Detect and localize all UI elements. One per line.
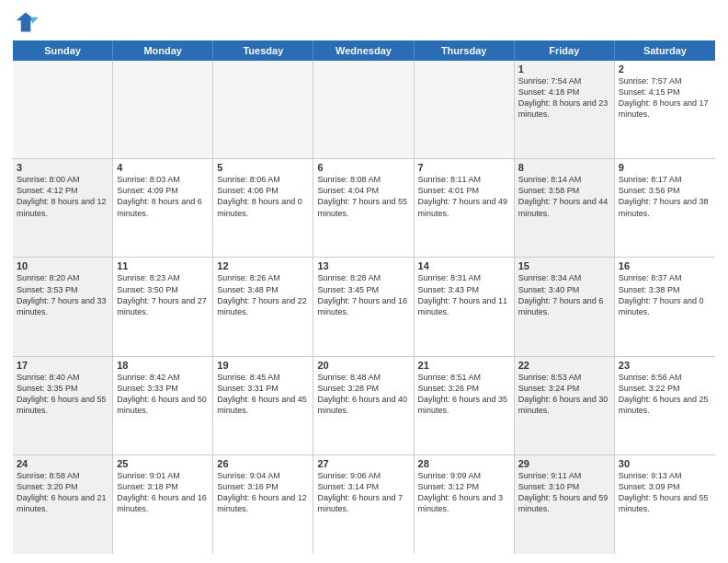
day-number: 11 (117, 260, 209, 271)
day-number: 19 (217, 360, 309, 371)
calendar-body: 1Sunrise: 7:54 AM Sunset: 4:18 PM Daylig… (13, 61, 715, 554)
day-info: Sunrise: 8:17 AM Sunset: 3:56 PM Dayligh… (619, 174, 711, 219)
day-number: 29 (518, 458, 610, 469)
empty-cell (313, 61, 414, 158)
day-cell-25: 25Sunrise: 9:01 AM Sunset: 3:18 PM Dayli… (113, 455, 213, 554)
day-info: Sunrise: 8:00 AM Sunset: 4:12 PM Dayligh… (17, 174, 108, 219)
day-info: Sunrise: 8:45 AM Sunset: 3:31 PM Dayligh… (217, 372, 309, 417)
day-cell-24: 24Sunrise: 8:58 AM Sunset: 3:20 PM Dayli… (13, 455, 113, 554)
logo-icon (13, 9, 39, 35)
day-info: Sunrise: 8:51 AM Sunset: 3:26 PM Dayligh… (418, 372, 510, 417)
day-cell-6: 6Sunrise: 8:08 AM Sunset: 4:04 PM Daylig… (313, 159, 414, 257)
day-cell-23: 23Sunrise: 8:56 AM Sunset: 3:22 PM Dayli… (615, 357, 715, 454)
day-cell-21: 21Sunrise: 8:51 AM Sunset: 3:26 PM Dayli… (415, 357, 515, 454)
day-info: Sunrise: 8:48 AM Sunset: 3:28 PM Dayligh… (317, 372, 409, 417)
day-number: 1 (518, 63, 610, 75)
day-number: 7 (418, 162, 510, 173)
day-info: Sunrise: 9:04 AM Sunset: 3:16 PM Dayligh… (217, 470, 309, 515)
day-cell-27: 27Sunrise: 9:06 AM Sunset: 3:14 PM Dayli… (313, 455, 414, 554)
calendar-header: SundayMondayTuesdayWednesdayThursdayFrid… (13, 40, 715, 61)
week-row-1: 3Sunrise: 8:00 AM Sunset: 4:12 PM Daylig… (13, 159, 715, 258)
day-number: 9 (619, 162, 711, 173)
day-cell-17: 17Sunrise: 8:40 AM Sunset: 3:35 PM Dayli… (13, 357, 113, 454)
day-number: 18 (117, 360, 209, 371)
day-cell-18: 18Sunrise: 8:42 AM Sunset: 3:33 PM Dayli… (113, 357, 213, 454)
page: SundayMondayTuesdayWednesdayThursdayFrid… (0, 0, 728, 563)
header-day-wednesday: Wednesday (313, 40, 414, 61)
header-day-sunday: Sunday (13, 40, 113, 61)
day-cell-29: 29Sunrise: 9:11 AM Sunset: 3:10 PM Dayli… (515, 455, 615, 554)
header-day-saturday: Saturday (615, 40, 715, 61)
day-info: Sunrise: 8:31 AM Sunset: 3:43 PM Dayligh… (418, 272, 510, 317)
day-info: Sunrise: 8:06 AM Sunset: 4:06 PM Dayligh… (217, 174, 309, 219)
day-number: 10 (17, 260, 108, 271)
day-info: Sunrise: 8:20 AM Sunset: 3:53 PM Dayligh… (17, 272, 108, 317)
day-cell-3: 3Sunrise: 8:00 AM Sunset: 4:12 PM Daylig… (13, 159, 113, 257)
day-info: Sunrise: 8:23 AM Sunset: 3:50 PM Dayligh… (117, 272, 209, 317)
svg-marker-1 (30, 17, 39, 24)
day-number: 20 (317, 360, 409, 371)
day-cell-19: 19Sunrise: 8:45 AM Sunset: 3:31 PM Dayli… (213, 357, 313, 454)
day-info: Sunrise: 8:11 AM Sunset: 4:01 PM Dayligh… (418, 174, 510, 219)
day-cell-26: 26Sunrise: 9:04 AM Sunset: 3:16 PM Dayli… (213, 455, 313, 554)
day-number: 13 (317, 260, 409, 271)
week-row-2: 10Sunrise: 8:20 AM Sunset: 3:53 PM Dayli… (13, 258, 715, 356)
day-number: 16 (619, 260, 711, 271)
header-day-tuesday: Tuesday (213, 40, 313, 61)
day-cell-30: 30Sunrise: 9:13 AM Sunset: 3:09 PM Dayli… (615, 455, 715, 554)
empty-cell (13, 61, 113, 158)
day-info: Sunrise: 8:26 AM Sunset: 3:48 PM Dayligh… (217, 272, 309, 317)
calendar: SundayMondayTuesdayWednesdayThursdayFrid… (13, 40, 715, 554)
day-number: 2 (619, 63, 711, 75)
day-info: Sunrise: 9:01 AM Sunset: 3:18 PM Dayligh… (117, 470, 209, 515)
day-cell-9: 9Sunrise: 8:17 AM Sunset: 3:56 PM Daylig… (615, 159, 715, 257)
day-number: 4 (117, 162, 209, 173)
day-info: Sunrise: 8:28 AM Sunset: 3:45 PM Dayligh… (317, 272, 409, 317)
day-cell-8: 8Sunrise: 8:14 AM Sunset: 3:58 PM Daylig… (515, 159, 615, 257)
header-day-monday: Monday (113, 40, 213, 61)
day-info: Sunrise: 9:13 AM Sunset: 3:09 PM Dayligh… (619, 470, 711, 515)
day-number: 6 (317, 162, 409, 173)
day-cell-14: 14Sunrise: 8:31 AM Sunset: 3:43 PM Dayli… (415, 258, 515, 355)
day-info: Sunrise: 8:03 AM Sunset: 4:09 PM Dayligh… (117, 174, 209, 219)
day-info: Sunrise: 9:11 AM Sunset: 3:10 PM Dayligh… (518, 470, 610, 515)
day-number: 28 (418, 458, 510, 469)
empty-cell (113, 61, 213, 158)
day-cell-16: 16Sunrise: 8:37 AM Sunset: 3:38 PM Dayli… (615, 258, 715, 355)
week-row-3: 17Sunrise: 8:40 AM Sunset: 3:35 PM Dayli… (13, 357, 715, 455)
day-number: 14 (418, 260, 510, 271)
day-cell-13: 13Sunrise: 8:28 AM Sunset: 3:45 PM Dayli… (313, 258, 414, 355)
day-info: Sunrise: 8:53 AM Sunset: 3:24 PM Dayligh… (518, 372, 610, 417)
day-number: 30 (619, 458, 711, 469)
logo (13, 9, 42, 35)
day-info: Sunrise: 7:54 AM Sunset: 4:18 PM Dayligh… (518, 75, 610, 121)
day-info: Sunrise: 8:34 AM Sunset: 3:40 PM Dayligh… (518, 272, 610, 317)
day-info: Sunrise: 7:57 AM Sunset: 4:15 PM Dayligh… (619, 75, 711, 121)
day-number: 5 (217, 162, 309, 173)
day-number: 26 (217, 458, 309, 469)
day-cell-10: 10Sunrise: 8:20 AM Sunset: 3:53 PM Dayli… (13, 258, 113, 355)
day-number: 24 (17, 458, 108, 469)
day-cell-22: 22Sunrise: 8:53 AM Sunset: 3:24 PM Dayli… (515, 357, 615, 454)
header-day-friday: Friday (515, 40, 615, 61)
day-number: 17 (17, 360, 108, 371)
header (13, 9, 715, 35)
day-cell-11: 11Sunrise: 8:23 AM Sunset: 3:50 PM Dayli… (113, 258, 213, 355)
day-number: 21 (418, 360, 510, 371)
day-number: 23 (619, 360, 711, 371)
day-cell-2: 2Sunrise: 7:57 AM Sunset: 4:15 PM Daylig… (615, 61, 715, 158)
day-cell-12: 12Sunrise: 8:26 AM Sunset: 3:48 PM Dayli… (213, 258, 313, 355)
day-number: 22 (518, 360, 610, 371)
day-info: Sunrise: 9:06 AM Sunset: 3:14 PM Dayligh… (317, 470, 409, 515)
empty-cell (415, 61, 515, 158)
header-day-thursday: Thursday (415, 40, 515, 61)
week-row-4: 24Sunrise: 8:58 AM Sunset: 3:20 PM Dayli… (13, 455, 715, 554)
day-cell-1: 1Sunrise: 7:54 AM Sunset: 4:18 PM Daylig… (515, 61, 615, 158)
empty-cell (213, 61, 313, 158)
day-number: 15 (518, 260, 610, 271)
day-info: Sunrise: 8:42 AM Sunset: 3:33 PM Dayligh… (117, 372, 209, 417)
day-number: 8 (518, 162, 610, 173)
day-info: Sunrise: 8:14 AM Sunset: 3:58 PM Dayligh… (518, 174, 610, 219)
day-number: 3 (17, 162, 108, 173)
day-info: Sunrise: 8:40 AM Sunset: 3:35 PM Dayligh… (17, 372, 108, 417)
